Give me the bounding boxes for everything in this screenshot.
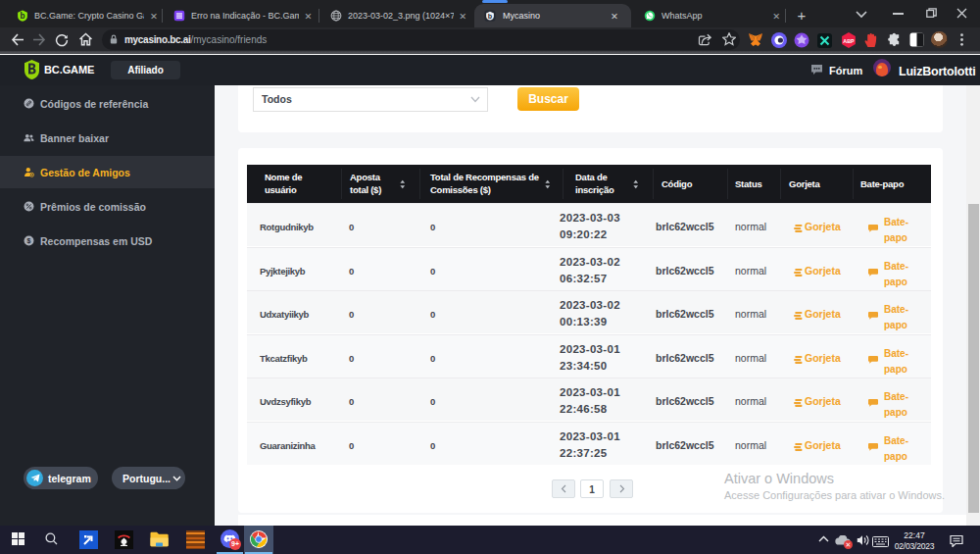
svg-text:b: b [488,13,493,21]
svg-text:b: b [20,12,24,21]
svg-text:ABP: ABP [843,38,855,44]
svg-text:$: $ [27,237,31,245]
